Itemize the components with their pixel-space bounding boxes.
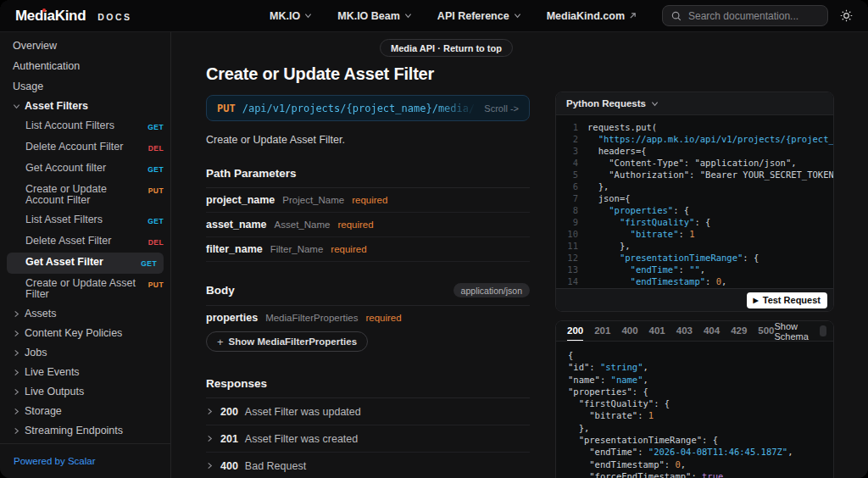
response-row-400[interactable]: 400Bad Request xyxy=(206,453,530,478)
response-tab-500[interactable]: 500 xyxy=(758,321,774,341)
sidebar-item-live-outputs[interactable]: Live Outputs xyxy=(0,382,170,402)
show-schema-checkbox[interactable] xyxy=(820,325,826,336)
request-example-card: Python Requests 1requests.put(2 "https:/… xyxy=(555,92,834,312)
topnav-item-mk-io-beam[interactable]: MK.IO Beam xyxy=(337,10,412,22)
chevron-right-icon xyxy=(206,435,214,442)
code-token: json={ xyxy=(587,192,631,204)
example-footer: ▶ Test Request xyxy=(556,288,833,311)
sidebar-item-asset-filters[interactable]: Asset Filters xyxy=(0,97,170,116)
response-code-block[interactable]: {"id": "string","name": "name","properti… xyxy=(556,342,833,478)
method-badge: PUT xyxy=(148,280,164,291)
example-language-selector[interactable]: Python Requests xyxy=(556,92,833,115)
logo-text: MediaKind xyxy=(15,8,86,25)
search-box[interactable] xyxy=(662,5,828,26)
sidebar-item-usage[interactable]: Usage xyxy=(0,76,170,97)
response-tab-400[interactable]: 400 xyxy=(621,321,637,341)
code-line: "bitrate": 1 xyxy=(568,409,833,421)
code-line: "forceEndTimestamp": true, xyxy=(568,470,833,478)
chevron-down-icon xyxy=(304,12,312,19)
sidebar-item-storage[interactable]: Storage xyxy=(0,402,170,421)
response-row-200[interactable]: 200Asset Filter was updated xyxy=(206,398,530,425)
sidebar-footer: Powered by Scalar xyxy=(0,443,170,478)
logo-red-dot xyxy=(42,8,46,12)
line-number: 2 xyxy=(556,133,578,145)
path-parameters-heading: Path Parameters xyxy=(206,167,530,188)
line-number: 9 xyxy=(556,216,578,228)
sidebar-item-content-key-policies[interactable]: Content Key Policies xyxy=(0,324,170,343)
sidebar-item-jobs[interactable]: Jobs xyxy=(0,343,170,363)
response-tab-404[interactable]: 404 xyxy=(704,321,720,341)
code-token: "presentationTimeRange": { xyxy=(568,434,718,446)
sidebar-item-get-account-filter[interactable]: Get Account filterGET xyxy=(0,158,170,180)
response-tab-429[interactable]: 429 xyxy=(731,321,747,341)
sidebar-item-assets[interactable]: Assets xyxy=(0,304,170,324)
sidebar-item-get-asset-filter[interactable]: Get Asset FilterGET xyxy=(7,253,164,274)
sidebar-item-label: Storage xyxy=(25,406,164,417)
search-icon xyxy=(671,11,682,21)
code-line: 2 "https://app.mk.io/api/v1/projects/{pr… xyxy=(556,133,833,145)
sidebar-item-list-asset-filters[interactable]: List Asset FiltersGET xyxy=(0,210,170,231)
parameter-name: properties xyxy=(206,312,258,324)
topnav-item-api-reference[interactable]: API Reference xyxy=(437,10,521,22)
powered-by-scalar-link[interactable]: Powered by Scalar xyxy=(14,456,96,466)
response-tab-403[interactable]: 403 xyxy=(676,321,693,341)
parameter-required-flag: required xyxy=(365,313,401,323)
code-token: "name": xyxy=(568,374,611,386)
response-row-201[interactable]: 201Asset Filter was created xyxy=(206,425,530,453)
sidebar-item-overview[interactable]: Overview xyxy=(0,36,170,56)
sidebar-item-create-or-update-asset-filter[interactable]: Create or Update Asset FilterPUT xyxy=(0,274,170,304)
endpoint-url-bar[interactable]: PUT /api/v1/projects/{project_name}/medi… xyxy=(206,95,530,121)
parameter-row: filter_nameFilter_Namerequired xyxy=(206,237,530,262)
code-token: "bitrate": xyxy=(568,409,648,421)
sidebar-item-live-events[interactable]: Live Events xyxy=(0,363,170,382)
sidebar-item-label: Asset Filters xyxy=(25,101,164,112)
sidebar-item-streaming-endpoints[interactable]: Streaming Endpoints xyxy=(0,421,170,441)
sidebar-item-label: Usage xyxy=(13,81,164,92)
topnav-item-mk-io[interactable]: MK.IO xyxy=(270,10,312,22)
parameter-required-flag: required xyxy=(331,244,366,254)
show-schema-toggle[interactable]: Show Schema xyxy=(775,321,826,342)
chevron-down-icon xyxy=(514,12,521,19)
code-line: 3 headers={ xyxy=(556,145,833,157)
parameter-name: project_name xyxy=(206,194,275,206)
sidebar-item-create-or-update-account-filter[interactable]: Create or Update Account FilterPUT xyxy=(0,180,170,210)
code-line: "presentationTimeRange": { xyxy=(568,434,833,446)
code-token: "bitrate" xyxy=(587,228,678,240)
code-panel-column: Python Requests 1requests.put(2 "https:/… xyxy=(555,92,834,478)
code-token: , xyxy=(787,446,793,458)
code-line: 8 "properties": { xyxy=(556,204,833,216)
topnav-item-mediakind-com[interactable]: MediaKind.com xyxy=(547,10,637,22)
mediakind-logo[interactable]: MediaKind DOCS xyxy=(15,8,132,25)
test-request-button[interactable]: ▶ Test Request xyxy=(747,292,827,308)
sidebar-item-authentication[interactable]: Authentication xyxy=(0,56,170,76)
topnav-item-label: API Reference xyxy=(437,10,509,22)
sidebar-item-list-account-filters[interactable]: List Account FiltersGET xyxy=(0,116,170,137)
response-tab-201[interactable]: 201 xyxy=(594,321,610,341)
endpoint-article: Create or Update Asset Filter PUT /api/v… xyxy=(206,32,530,478)
response-tab-401[interactable]: 401 xyxy=(649,321,665,341)
code-line: 13 "endTime": "", xyxy=(556,264,833,275)
show-properties-button[interactable]: + Show MediaFilterProperties xyxy=(206,331,368,352)
topnav-item-label: MK.IO Beam xyxy=(337,10,400,22)
sidebar-item-delete-asset-filter[interactable]: Delete Asset FilterDEL xyxy=(0,231,170,253)
request-code-block[interactable]: 1requests.put(2 "https://app.mk.io/api/v… xyxy=(556,115,833,290)
code-token: : xyxy=(678,264,689,275)
response-status-tabs: 200201400401403404429500 xyxy=(567,321,775,341)
sidebar-item-delete-account-filter[interactable]: Delete Account FilterDEL xyxy=(0,137,170,158)
code-token: 1 xyxy=(689,228,694,240)
section-title: Path Parameters xyxy=(206,167,297,180)
code-token: }, xyxy=(587,240,631,252)
search-input[interactable] xyxy=(688,10,819,22)
parameter-required-flag: required xyxy=(352,195,387,205)
topnav-item-label: MediaKind.com xyxy=(547,10,625,22)
response-tab-200[interactable]: 200 xyxy=(567,321,583,341)
code-token: "Authorization": "Bearer YOUR_SECRET_TOK… xyxy=(587,169,833,181)
sidebar-item-label: Authentication xyxy=(13,61,164,72)
code-line: 6 }, xyxy=(556,181,833,192)
theme-toggle-sun-icon[interactable] xyxy=(840,9,853,22)
code-token: , xyxy=(643,361,648,373)
code-token: : { xyxy=(743,252,759,264)
content-type-badge: application/json xyxy=(453,283,530,297)
logo-suffix: DOCS xyxy=(97,12,131,22)
top-navigation: MK.IOMK.IO BeamAPI ReferenceMediaKind.co… xyxy=(270,10,637,22)
